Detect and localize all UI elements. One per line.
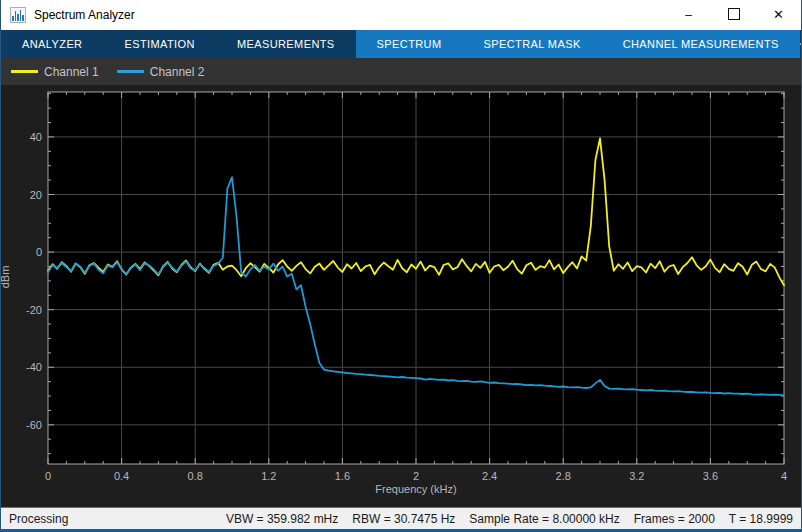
status-sample-rate: Sample Rate = 8.00000 kHz <box>469 512 619 526</box>
x-tick-label: 1.6 <box>335 470 350 482</box>
status-processing: Processing <box>9 512 68 526</box>
legend-label: Channel 1 <box>44 65 99 79</box>
status-vbw: VBW = 359.982 mHz <box>226 512 338 526</box>
status-time: T = 18.9999 <box>729 512 793 526</box>
x-tick-label: 2.4 <box>482 470 497 482</box>
status-bar: Processing VBW = 359.982 mHz RBW = 30.74… <box>1 507 801 529</box>
window-controls: – ✕ <box>666 0 801 30</box>
app-histogram-icon <box>10 7 26 23</box>
channel-2-line-swatch <box>117 70 144 73</box>
status-frames: Frames = 2000 <box>634 512 715 526</box>
maximize-button[interactable] <box>711 0 756 30</box>
channel-1-line-swatch <box>11 70 38 73</box>
tab-spectral-mask[interactable]: SPECTRAL MASK <box>463 30 602 58</box>
x-axis-label: Frequency (kHz) <box>48 483 784 495</box>
spectrum-plot-svg[interactable]: 00.40.81.21.622.42.83.23.6440200-20-40-6… <box>1 85 801 507</box>
close-button[interactable]: ✕ <box>756 0 801 30</box>
y-tick-label: -20 <box>26 304 42 316</box>
x-tick-label: 2 <box>413 470 419 482</box>
x-tick-label: 1.2 <box>261 470 276 482</box>
legend-label: Channel 2 <box>150 65 205 79</box>
x-tick-label: 4 <box>781 470 787 482</box>
x-tick-label: 3.2 <box>629 470 644 482</box>
y-tick-label: 40 <box>30 131 42 143</box>
title-bar: Spectrum Analyzer – ✕ <box>1 0 801 30</box>
tab-measurements[interactable]: MEASUREMENTS <box>216 30 356 58</box>
spectrum-analyzer-window: Spectrum Analyzer – ✕ ANALYZER ESTIMATIO… <box>0 0 802 532</box>
tab-channel-measurements[interactable]: CHANNEL MEASUREMENTS <box>602 30 800 58</box>
x-tick-label: 2.8 <box>556 470 571 482</box>
minimize-button[interactable]: – <box>666 0 711 30</box>
y-tick-label: 20 <box>30 189 42 201</box>
status-metrics: VBW = 359.982 mHz RBW = 30.7475 Hz Sampl… <box>212 512 793 526</box>
legend-bar: Channel 1 Channel 2 <box>1 58 801 85</box>
window-title: Spectrum Analyzer <box>34 8 135 22</box>
x-tick-label: 0 <box>45 470 51 482</box>
legend-item-channel-2[interactable]: Channel 2 <box>117 65 205 79</box>
legend-item-channel-1[interactable]: Channel 1 <box>11 65 99 79</box>
contextual-tab-group: SPECTRUM SPECTRAL MASK CHANNEL MEASUREME… <box>356 30 800 58</box>
y-tick-label: 0 <box>36 246 42 258</box>
y-tick-label: -40 <box>26 361 42 373</box>
maximize-icon <box>728 8 740 20</box>
tab-analyzer[interactable]: ANALYZER <box>1 30 103 58</box>
y-tick-label: -60 <box>26 419 42 431</box>
tab-spectrum[interactable]: SPECTRUM <box>356 30 463 58</box>
toolstrip: ANALYZER ESTIMATION MEASUREMENTS SPECTRU… <box>1 30 801 58</box>
tab-estimation[interactable]: ESTIMATION <box>103 30 215 58</box>
status-rbw: RBW = 30.7475 Hz <box>352 512 455 526</box>
x-tick-label: 0.8 <box>188 470 203 482</box>
y-axis-label: dBm <box>0 266 11 289</box>
x-tick-label: 3.6 <box>703 470 718 482</box>
plot-area: 00.40.81.21.622.42.83.23.6440200-20-40-6… <box>1 85 801 507</box>
x-tick-label: 0.4 <box>114 470 129 482</box>
